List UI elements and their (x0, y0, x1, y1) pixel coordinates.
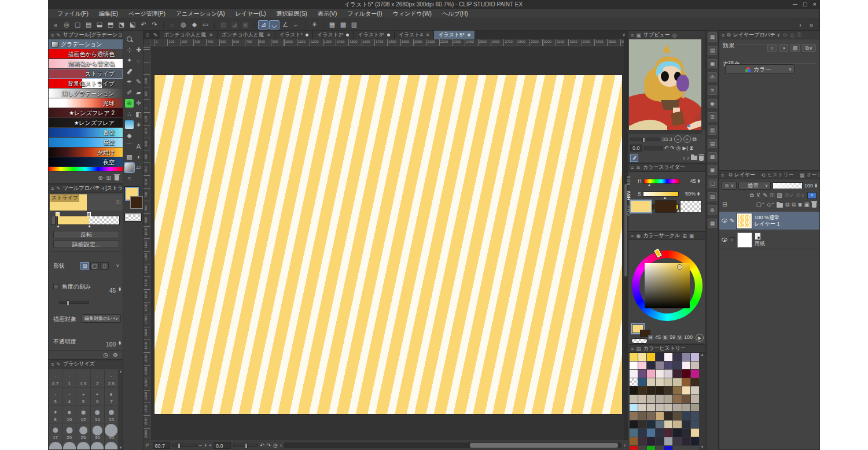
history-swatch[interactable] (638, 446, 647, 450)
canvas-vertical-scrollbar[interactable] (624, 39, 628, 440)
history-swatch[interactable] (638, 362, 647, 370)
delete-layer-icon[interactable] (812, 202, 816, 208)
history-swatch[interactable] (691, 353, 700, 362)
history-swatch[interactable] (630, 429, 638, 437)
history-swatch[interactable] (638, 429, 647, 437)
history-swatch[interactable] (664, 437, 673, 446)
history-swatch[interactable] (673, 378, 682, 387)
brush-size-25[interactable]: 25 (76, 423, 90, 441)
correct-line-tool[interactable]: ✛ (134, 99, 143, 108)
shape-ellipse-button[interactable]: ⬯ (100, 262, 109, 270)
history-swatch[interactable] (682, 446, 691, 450)
gradient-preset-ストライプ[interactable]: ストライプ (49, 69, 123, 79)
subtool-panel-header[interactable]: ≡ ✎ サブツール[グラデーション] (49, 31, 123, 39)
history-swatch[interactable] (682, 421, 691, 429)
history-swatch[interactable] (656, 412, 664, 421)
history-swatch[interactable] (664, 386, 673, 395)
gradient-preset-青空[interactable]: 青空 (49, 128, 123, 138)
selection-1-button[interactable]: ▧ (218, 20, 229, 29)
new-vector-layer-icon[interactable]: ◇⁺ (767, 201, 774, 208)
material-tab-1[interactable]: ▩ (708, 152, 717, 161)
zoom-tool[interactable] (125, 35, 134, 43)
menu-ヘルプH[interactable]: ヘルプ(H) (437, 9, 473, 19)
tab-modified-dot[interactable] (468, 34, 470, 36)
tab-modified-dot[interactable] (387, 34, 390, 36)
panel-menu-icon[interactable]: ≡ (51, 32, 54, 38)
ruler-icon[interactable]: ⊘∨ (785, 192, 794, 199)
menu-ページ管理P[interactable]: ページ管理(P) (124, 9, 170, 19)
history-swatch[interactable] (630, 404, 638, 412)
lock-icon[interactable]: ⚿ (116, 199, 120, 206)
gradient-node-start[interactable] (56, 212, 60, 216)
color-history-header[interactable]: ≡ ▤ カラーヒストリー (628, 345, 705, 353)
scroll-right-icon[interactable]: › (624, 442, 626, 448)
foreground-color-swatch[interactable] (630, 200, 652, 213)
subtool-group-tab[interactable]: グラデーション (49, 39, 123, 49)
brush-size-1[interactable]: 1 (62, 370, 76, 388)
saturation-stepper[interactable]: ▴▾ (697, 191, 700, 196)
history-swatch[interactable] (656, 362, 664, 370)
color-history-scrollbar[interactable]: ▲▼ (700, 353, 705, 449)
sv-square[interactable] (645, 263, 690, 308)
gradient-preset-光球[interactable]: 光球 (49, 98, 123, 108)
maximize-button[interactable]: □ (803, 0, 807, 9)
history-swatch[interactable] (673, 412, 682, 421)
palette-color-dropdown[interactable]: ∨ (722, 182, 737, 190)
brush-size-12[interactable]: 12 (76, 405, 90, 423)
layer-name[interactable]: 用紙 (755, 241, 765, 247)
tab-layer[interactable]: ⧉レイヤー (726, 171, 758, 179)
vertical-ruler[interactable]: 2001000100200300400500600700800900100011… (144, 46, 150, 440)
angle-step-slider[interactable] (59, 301, 89, 304)
history-swatch[interactable] (647, 446, 656, 450)
blend-tool[interactable]: ◧ (134, 110, 143, 119)
new-folder-icon[interactable] (777, 203, 783, 208)
history-swatch[interactable] (673, 362, 682, 370)
brush-size-4[interactable]: 4 (62, 388, 76, 405)
deselect-button[interactable]: ◌ (167, 20, 178, 29)
history-swatch[interactable] (630, 378, 638, 387)
history-swatch[interactable] (682, 412, 691, 421)
history-swatch[interactable] (630, 446, 638, 450)
brush-size-17[interactable]: 17 (49, 423, 62, 441)
history-swatch[interactable] (647, 386, 656, 395)
material-tab-2[interactable]: ▣ (708, 165, 717, 175)
tab-autoaction[interactable]: ▦オートアクション (797, 171, 819, 179)
mask-icon[interactable]: ⊻ (756, 192, 760, 199)
auto-select-tool[interactable]: ✦ (125, 56, 134, 65)
paper-thumbnail[interactable] (737, 233, 752, 248)
color-slider-header[interactable]: ≡ ≋ カラースライダー (628, 164, 705, 172)
fit-screen-icon[interactable]: ▪ (209, 442, 211, 448)
brush-size-60[interactable]: 60 (62, 441, 76, 449)
brush-size-3[interactable]: 3 (49, 388, 62, 405)
panel-menu-icon[interactable]: ≡ (722, 32, 724, 38)
move-tool[interactable]: ✚ (134, 46, 143, 54)
collapse-commandbar-button[interactable]: « (50, 20, 61, 29)
gradient-preset-描画色から背景色[interactable]: 描画色から背景色 (49, 59, 123, 69)
gradient-preset-昼空[interactable]: 昼空 (49, 138, 123, 147)
history-swatch[interactable] (656, 378, 664, 387)
layer-opacity-slider[interactable] (773, 182, 803, 189)
import-subtool-icon[interactable]: ⊕ (98, 175, 102, 181)
gradient-preset-消しグラデーション[interactable]: 消しグラデーション (49, 88, 123, 98)
panel-menu-icon[interactable]: ≡ (51, 362, 54, 367)
tab-modified-dot[interactable] (306, 34, 308, 36)
history-swatch[interactable] (691, 370, 700, 378)
expand-right-button[interactable]: › (795, 20, 806, 29)
subview-prev-icon[interactable]: ‹ (683, 154, 685, 162)
panel-menu-icon[interactable]: ≡ (51, 186, 54, 191)
canvas-horizontal-scrollbar[interactable] (284, 442, 621, 448)
brush-size-50[interactable]: 50 (49, 441, 62, 449)
history-swatch[interactable] (673, 421, 682, 429)
text-tool[interactable]: A (134, 142, 143, 150)
layer-color-toggle[interactable]: ∨ (807, 192, 816, 199)
intermediate-color-tab[interactable]: ▥ (708, 126, 717, 135)
material-tab-4[interactable]: ▤ (708, 192, 717, 201)
layer-thumbnail[interactable] (737, 213, 752, 228)
brush-size-6[interactable]: 6 (91, 388, 105, 405)
lock-layer-icon[interactable]: ⚿ (770, 192, 775, 199)
subview-flip-icon[interactable]: ▶| (682, 145, 687, 151)
brush-size-15[interactable]: 15 (105, 405, 119, 423)
shape-dropdown-icon[interactable]: ∨ (116, 263, 119, 268)
history-swatch[interactable] (638, 404, 647, 412)
navigator-tab[interactable]: ▣ (708, 59, 717, 68)
